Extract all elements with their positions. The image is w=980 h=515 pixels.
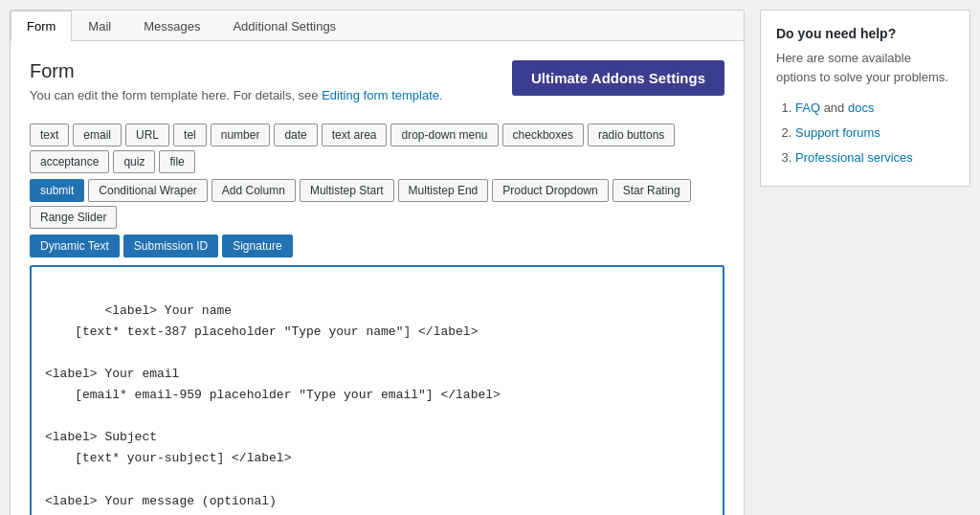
ultimate-addons-settings-button[interactable]: Ultimate Addons Settings <box>512 60 724 96</box>
help-panel: Do you need help? Here are some availabl… <box>760 10 970 515</box>
tag-range-slider-btn[interactable]: Range Slider <box>30 206 117 229</box>
help-faq-link[interactable]: FAQ <box>795 101 820 115</box>
tag-textarea-btn[interactable]: text area <box>322 123 388 146</box>
tag-radio-btn[interactable]: radio buttons <box>588 123 675 146</box>
tag-multistep-start-btn[interactable]: Multistep Start <box>300 179 394 202</box>
form-description: You can edit the form template here. For… <box>30 88 443 102</box>
help-description: Here are some available options to solve… <box>776 49 954 86</box>
tab-mail[interactable]: Mail <box>72 11 127 41</box>
panel-left: Form You can edit the form template here… <box>30 60 443 116</box>
tag-acceptance-btn[interactable]: acceptance <box>30 150 109 173</box>
tag-product-dropdown-btn[interactable]: Product Dropdown <box>492 179 608 202</box>
tag-email-btn[interactable]: email <box>73 123 122 146</box>
tag-submit-btn[interactable]: submit <box>30 179 84 202</box>
tag-submission-id-btn[interactable]: Submission ID <box>123 235 218 258</box>
form-description-text: You can edit the form template here. For… <box>30 88 322 102</box>
help-box: Do you need help? Here are some availabl… <box>760 10 970 187</box>
code-content: <label> Your name [text* text-387 placeh… <box>45 303 501 515</box>
tabs-bar: Form Mail Messages Additional Settings <box>11 11 744 41</box>
tag-dynamic-text-btn[interactable]: Dynamic Text <box>30 235 120 258</box>
help-links-list: FAQ and docs Support forums Professional… <box>776 96 954 170</box>
editing-form-template-link[interactable]: Editing form template <box>322 88 439 102</box>
form-title: Form <box>30 60 443 82</box>
tag-buttons-row2: submit Conditional Wraper Add Column Mul… <box>30 179 724 229</box>
tag-add-column-btn[interactable]: Add Column <box>212 179 296 202</box>
help-and-text: and <box>824 101 848 115</box>
tag-buttons-row1: text email URL tel number date text area… <box>30 123 724 173</box>
code-editor-wrapper: <label> Your name [text* text-387 placeh… <box>30 265 724 515</box>
tab-additional-settings[interactable]: Additional Settings <box>216 11 352 41</box>
help-support-link[interactable]: Support forums <box>795 125 880 140</box>
tag-file-btn[interactable]: file <box>159 150 194 173</box>
tag-date-btn[interactable]: date <box>274 123 317 146</box>
tag-buttons-row3: Dynamic Text Submission ID Signature <box>30 235 724 258</box>
tag-number-btn[interactable]: number <box>211 123 271 146</box>
tag-text-btn[interactable]: text <box>30 123 69 146</box>
help-professional-link[interactable]: Professional services <box>795 150 913 165</box>
tag-tel-btn[interactable]: tel <box>173 123 207 146</box>
help-link-professional-item: Professional services <box>795 146 954 170</box>
help-link-faq-item: FAQ and docs <box>795 96 954 121</box>
help-link-support-item: Support forums <box>795 121 954 146</box>
main-panel: Form Mail Messages Additional Settings F… <box>10 10 745 515</box>
tab-messages[interactable]: Messages <box>127 11 216 41</box>
tag-checkboxes-btn[interactable]: checkboxes <box>502 123 584 146</box>
help-docs-link[interactable]: docs <box>848 101 874 115</box>
tag-dropdown-btn[interactable]: drop-down menu <box>390 123 498 146</box>
tag-conditional-wrapper-btn[interactable]: Conditional Wraper <box>88 179 208 202</box>
panel-header: Form You can edit the form template here… <box>30 60 724 116</box>
tag-multistep-end-btn[interactable]: Multistep End <box>398 179 489 202</box>
panel-body: Form You can edit the form template here… <box>11 41 744 515</box>
tag-quiz-btn[interactable]: quiz <box>113 150 155 173</box>
help-title: Do you need help? <box>776 26 954 41</box>
tag-signature-btn[interactable]: Signature <box>222 235 292 258</box>
tag-url-btn[interactable]: URL <box>125 123 169 146</box>
code-editor[interactable]: <label> Your name [text* text-387 placeh… <box>30 265 724 515</box>
tab-form[interactable]: Form <box>11 11 72 41</box>
tag-star-rating-btn[interactable]: Star Rating <box>612 179 691 202</box>
